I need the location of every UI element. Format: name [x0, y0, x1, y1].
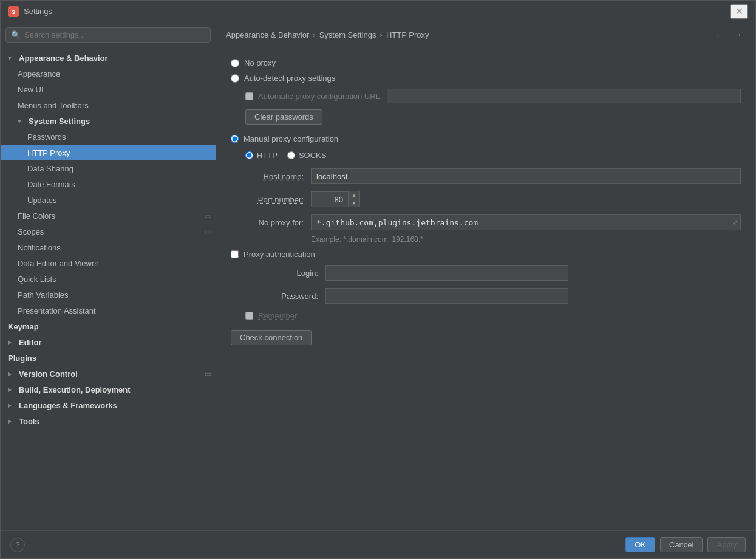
sidebar-item-data-sharing[interactable]: Data Sharing — [1, 160, 216, 176]
app-icon: S — [8, 6, 19, 17]
proxy-auth-checkbox[interactable] — [231, 250, 239, 258]
settings-dialog: S Settings ✕ 🔍 ▾ Appearance & Behavior A… — [0, 0, 756, 559]
protocol-row: HTTP SOCKS — [245, 151, 741, 160]
sidebar-item-quick-lists[interactable]: Quick Lists — [1, 271, 216, 287]
panel-body: No proxy Auto-detect proxy settings Auto… — [216, 46, 755, 530]
proxy-auth-section: Proxy authentication Login: Password: — [231, 250, 741, 320]
no-proxy-for-input[interactable] — [311, 214, 741, 230]
http-label[interactable]: HTTP — [257, 151, 278, 160]
auto-url-checkbox[interactable] — [245, 92, 253, 100]
sidebar-item-tools[interactable]: ▸ Tools — [1, 413, 216, 429]
remember-label[interactable]: Remember — [258, 311, 297, 320]
nav-back-button[interactable]: ← — [712, 29, 727, 41]
port-decrement-button[interactable]: ▼ — [349, 199, 359, 207]
sidebar-item-path-variables[interactable]: Path Variables — [1, 287, 216, 303]
auto-detect-radio[interactable] — [231, 74, 239, 83]
dialog-footer: ? OK Cancel Apply — [1, 530, 755, 558]
manual-proxy-radio[interactable] — [231, 135, 239, 143]
sidebar-item-version-control[interactable]: ▸ Version Control ▭ — [1, 366, 216, 382]
nav-forward-button[interactable]: → — [730, 29, 746, 41]
no-proxy-radio[interactable] — [231, 59, 239, 67]
chevron-down-icon: ▾ — [18, 117, 26, 125]
remember-row: Remember — [245, 311, 741, 320]
proxy-auth-row: Proxy authentication — [231, 250, 741, 259]
socks-label[interactable]: SOCKS — [299, 151, 327, 160]
no-proxy-for-wrapper: ⤢ — [311, 214, 741, 230]
sidebar-item-menus-toolbars[interactable]: Menus and Toolbars — [1, 97, 216, 113]
password-row: Password: — [245, 288, 741, 304]
manual-proxy-label[interactable]: Manual proxy configuration — [243, 134, 338, 143]
svg-text:S: S — [12, 9, 15, 15]
sidebar-item-new-ui[interactable]: New UI — [1, 81, 216, 97]
sidebar-item-notifications[interactable]: Notifications — [1, 239, 216, 255]
sidebar-item-plugins[interactable]: Plugins — [1, 350, 216, 366]
sidebar-item-passwords[interactable]: Passwords — [1, 129, 216, 145]
window-title: Settings — [24, 7, 52, 16]
check-connection-section: Check connection — [231, 330, 741, 345]
sidebar-item-http-proxy[interactable]: HTTP Proxy — [1, 145, 216, 160]
login-input[interactable] — [325, 265, 568, 281]
sidebar-item-file-colors[interactable]: File Colors ▭ — [1, 208, 216, 224]
search-icon: 🔍 — [11, 30, 21, 39]
http-radio-group: HTTP — [245, 151, 278, 160]
chevron-right-icon: ▸ — [8, 402, 16, 410]
main-content: 🔍 ▾ Appearance & Behavior Appearance New… — [1, 22, 755, 530]
cancel-button[interactable]: Cancel — [660, 537, 703, 552]
search-input[interactable] — [24, 30, 205, 39]
remember-checkbox[interactable] — [245, 312, 253, 320]
sidebar-item-editor[interactable]: ▸ Editor — [1, 334, 216, 350]
password-input[interactable] — [325, 288, 568, 304]
sidebar-item-date-formats[interactable]: Date Formats — [1, 176, 216, 192]
breadcrumb-sep1: › — [313, 30, 315, 39]
sidebar-item-scopes[interactable]: Scopes ▭ — [1, 224, 216, 239]
chevron-right-icon: ▸ — [8, 386, 16, 394]
clear-passwords-section: Clear passwords — [245, 109, 741, 125]
expand-icon[interactable]: ⤢ — [732, 218, 738, 227]
auth-fields: Login: Password: Remember — [245, 265, 741, 320]
login-label: Login: — [245, 269, 318, 278]
sidebar-item-keymap[interactable]: Keymap — [1, 318, 216, 334]
sidebar-item-updates[interactable]: Updates — [1, 192, 216, 208]
search-box: 🔍 — [5, 27, 211, 43]
host-name-input[interactable] — [311, 168, 741, 184]
no-proxy-for-label: No proxy for: — [231, 218, 304, 227]
port-spinner: ▲ ▼ — [311, 191, 360, 207]
auto-url-input[interactable] — [387, 89, 741, 103]
sidebar-item-languages-frameworks[interactable]: ▸ Languages & Frameworks — [1, 397, 216, 413]
sidebar-item-appearance[interactable]: Appearance — [1, 66, 216, 81]
help-button[interactable]: ? — [10, 538, 25, 552]
breadcrumb-part2: System Settings — [319, 30, 376, 39]
title-bar: S Settings ✕ — [1, 1, 755, 22]
host-name-label: Host name: — [231, 172, 304, 181]
clear-passwords-button[interactable]: Clear passwords — [245, 109, 322, 125]
sidebar-item-appearance-behavior[interactable]: ▾ Appearance & Behavior — [1, 50, 216, 66]
breadcrumb-part3: HTTP Proxy — [386, 30, 429, 39]
no-proxy-label[interactable]: No proxy — [244, 58, 276, 67]
auto-detect-label[interactable]: Auto-detect proxy settings — [244, 74, 335, 83]
sidebar-item-data-editor-viewer[interactable]: Data Editor and Viewer — [1, 255, 216, 271]
ok-button[interactable]: OK — [625, 537, 655, 552]
port-number-input[interactable] — [312, 193, 348, 206]
manual-proxy-header: Manual proxy configuration — [231, 134, 741, 143]
close-button[interactable]: ✕ — [730, 4, 748, 19]
http-radio[interactable] — [245, 151, 253, 159]
no-proxy-row: No proxy — [231, 58, 741, 67]
port-increment-button[interactable]: ▲ — [349, 191, 359, 199]
login-row: Login: — [245, 265, 741, 281]
proxy-auth-label[interactable]: Proxy authentication — [243, 250, 315, 259]
sidebar-item-system-settings[interactable]: ▾ System Settings — [1, 113, 216, 129]
chevron-right-icon: ▸ — [8, 370, 16, 378]
auto-url-label[interactable]: Automatic proxy configuration URL: — [258, 92, 382, 101]
sidebar-item-build-execution[interactable]: ▸ Build, Execution, Deployment — [1, 382, 216, 397]
spinner-buttons: ▲ ▼ — [348, 191, 359, 207]
apply-button[interactable]: Apply — [707, 537, 746, 552]
auto-url-row: Automatic proxy configuration URL: — [245, 89, 741, 103]
socks-radio[interactable] — [287, 151, 295, 159]
auto-detect-row: Auto-detect proxy settings — [231, 74, 741, 83]
port-number-row: Port number: ▲ ▼ — [231, 191, 741, 207]
sidebar-item-presentation-assistant[interactable]: Presentation Assistant — [1, 303, 216, 318]
breadcrumb-part1: Appearance & Behavior — [226, 30, 309, 39]
check-connection-button[interactable]: Check connection — [231, 330, 312, 345]
example-text: Example: *.domain.com, 192.168.* — [311, 235, 741, 244]
nav-buttons: ← → — [712, 29, 746, 41]
